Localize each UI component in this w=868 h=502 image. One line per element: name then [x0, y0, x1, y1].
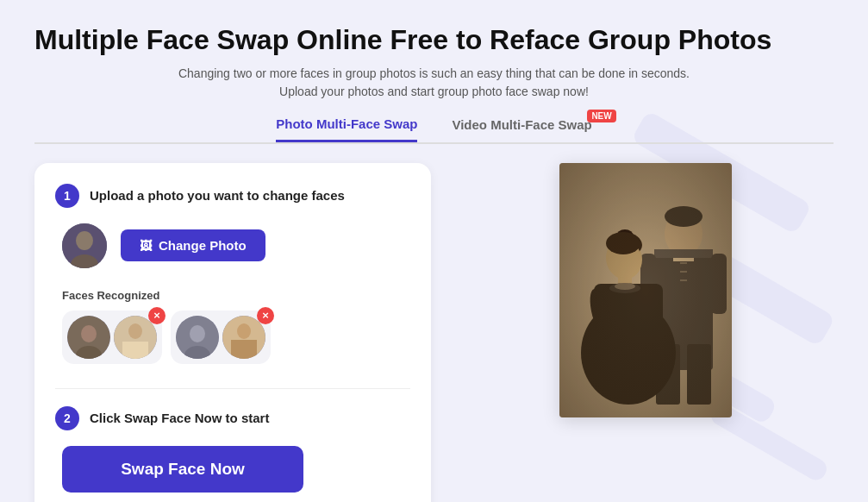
face-pair-2-remove[interactable]: ×	[257, 307, 274, 324]
svg-point-4	[81, 325, 97, 342]
face-pair-1-remove[interactable]: ×	[148, 307, 165, 324]
swap-face-now-button[interactable]: Swap Face Now	[62, 446, 303, 493]
face-svg-2	[176, 316, 219, 359]
upload-row: 🖼 Change Photo	[55, 223, 410, 268]
content-row: 1 Upload a photo you want to change face…	[34, 163, 834, 502]
step-2-number: 2	[55, 406, 79, 430]
new-badge: NEW	[587, 110, 615, 122]
left-panel: 1 Upload a photo you want to change face…	[34, 163, 431, 502]
tab-video-multi-face[interactable]: Video Multi-Face Swap NEW	[452, 116, 591, 142]
face-original-2	[176, 316, 219, 359]
face-pair-1: ×	[62, 311, 162, 364]
tab-video-label: Video Multi-Face Swap	[452, 117, 591, 132]
vintage-portrait-svg	[559, 163, 732, 417]
right-panel	[457, 163, 834, 417]
faces-label: Faces Recognized	[62, 289, 410, 302]
page-title: Multiple Face Swap Online Free to Reface…	[34, 24, 834, 56]
svg-point-7	[128, 323, 142, 339]
vintage-photo	[559, 163, 732, 417]
face-svg-1	[67, 316, 110, 359]
face-original-1	[67, 316, 110, 359]
thumb-portrait-svg	[62, 223, 107, 268]
svg-rect-8	[122, 342, 148, 359]
faces-row: ×	[62, 311, 410, 364]
step-1-label: Upload a photo you want to change faces	[90, 188, 345, 203]
svg-rect-41	[559, 163, 732, 417]
tab-photo-multi-face[interactable]: Photo Multi-Face Swap	[276, 116, 417, 142]
step-divider	[55, 388, 410, 389]
step-2-label: Click Swap Face Now to start	[90, 411, 269, 425]
upload-icon: 🖼	[140, 239, 152, 253]
svg-point-13	[237, 323, 251, 339]
svg-point-1	[76, 231, 93, 250]
main-container: Multiple Face Swap Online Free to Reface…	[0, 0, 868, 502]
change-photo-label: Change Photo	[159, 238, 247, 253]
svg-point-10	[190, 325, 205, 342]
change-photo-button[interactable]: 🖼 Change Photo	[121, 229, 265, 261]
face-pair-2: ×	[171, 311, 271, 364]
step-2-header: 2 Click Swap Face Now to start	[55, 406, 410, 430]
svg-rect-14	[231, 340, 257, 359]
step-1-number: 1	[55, 184, 79, 208]
faces-section: Faces Recognized	[55, 289, 410, 364]
uploaded-photo-thumb	[62, 223, 107, 268]
tab-photo-label: Photo Multi-Face Swap	[276, 116, 417, 131]
step-1-header: 1 Upload a photo you want to change face…	[55, 184, 410, 208]
page-subtitle: Changing two or more faces in group phot…	[176, 65, 693, 101]
tabs-container: Photo Multi-Face Swap Video Multi-Face S…	[34, 116, 834, 144]
